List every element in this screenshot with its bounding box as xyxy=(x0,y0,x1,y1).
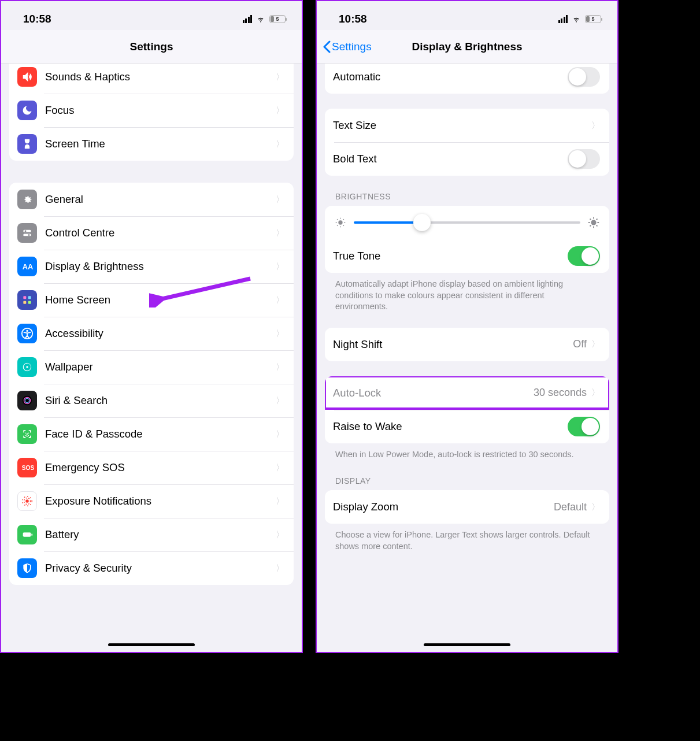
settings-row-faceid[interactable]: Face ID & Passcode〉 xyxy=(9,417,294,451)
cellular-icon xyxy=(243,15,253,23)
raise-to-wake-row[interactable]: Raise to Wake xyxy=(325,410,609,443)
battery-icon xyxy=(17,525,37,544)
general-icon xyxy=(17,190,37,209)
settings-row-controlcentre[interactable]: Control Centre〉 xyxy=(9,216,294,250)
settings-row-screentime[interactable]: Screen Time〉 xyxy=(9,127,294,161)
settings-row-exposure[interactable]: Exposure Notifications〉 xyxy=(9,484,294,518)
wallpaper-icon xyxy=(17,357,37,377)
bold-text-label: Bold Text xyxy=(333,153,568,165)
brightness-slider-row[interactable] xyxy=(325,206,609,239)
chevron-right-icon: 〉 xyxy=(276,194,284,205)
night-shift-row[interactable]: Night Shift Off 〉 xyxy=(325,328,609,361)
settings-row-label: Emergency SOS xyxy=(45,461,276,474)
automatic-toggle[interactable] xyxy=(568,67,600,87)
status-time: 10:58 xyxy=(339,13,367,25)
svg-text:SOS: SOS xyxy=(22,465,35,471)
settings-row-label: Exposure Notifications xyxy=(45,495,276,507)
settings-row-privacy[interactable]: Privacy & Security〉 xyxy=(9,551,294,585)
status-bar: 10:58 5 xyxy=(1,1,302,30)
sun-low-icon xyxy=(334,216,347,229)
page-title: Settings xyxy=(130,40,173,53)
true-tone-toggle[interactable] xyxy=(568,246,600,266)
settings-row-label: Battery xyxy=(45,528,276,541)
slider-thumb[interactable] xyxy=(413,214,431,231)
battery-icon: 5 xyxy=(585,15,601,23)
chevron-right-icon: 〉 xyxy=(276,496,284,507)
wifi-icon xyxy=(571,15,582,23)
night-shift-label: Night Shift xyxy=(333,338,573,351)
display-settings-list[interactable]: Automatic Text Size 〉 Bold Text BRIGHTNE… xyxy=(317,64,617,652)
brightness-header: BRIGHTNESS xyxy=(325,176,609,206)
lock-group: Auto-Lock 30 seconds 〉 Raise to Wake xyxy=(325,376,609,443)
svg-rect-0 xyxy=(23,230,31,232)
status-bar: 10:58 5 xyxy=(317,1,617,30)
bold-text-toggle[interactable] xyxy=(568,149,600,169)
settings-row-accessibility[interactable]: Accessibility〉 xyxy=(9,317,294,350)
svg-point-1 xyxy=(25,230,27,232)
auto-lock-value: 30 seconds xyxy=(534,387,587,399)
brightness-group: True Tone xyxy=(325,206,609,273)
svg-rect-5 xyxy=(23,296,26,299)
svg-line-41 xyxy=(590,225,591,227)
svg-point-3 xyxy=(28,234,30,236)
status-icons: 5 xyxy=(243,15,286,23)
settings-row-focus[interactable]: Focus〉 xyxy=(9,94,294,127)
sos-icon: SOS xyxy=(17,458,37,477)
automatic-row[interactable]: Automatic xyxy=(325,64,609,94)
settings-row-homescreen[interactable]: Home Screen〉 xyxy=(9,283,294,317)
controlcentre-icon xyxy=(17,223,37,243)
chevron-right-icon: 〉 xyxy=(591,502,600,513)
svg-rect-23 xyxy=(31,533,32,536)
settings-row-label: Display & Brightness xyxy=(45,260,276,273)
settings-row-sounds[interactable]: Sounds & Haptics〉 xyxy=(9,64,294,94)
settings-row-sos[interactable]: SOSEmergency SOS〉 xyxy=(9,451,294,484)
svg-rect-8 xyxy=(28,301,31,304)
settings-row-label: General xyxy=(45,193,276,206)
svg-rect-6 xyxy=(28,296,31,299)
settings-row-wallpaper[interactable]: Wallpaper〉 xyxy=(9,350,294,384)
home-indicator xyxy=(108,643,195,646)
svg-point-19 xyxy=(25,499,29,503)
settings-row-label: Privacy & Security xyxy=(45,562,276,575)
low-power-footer: When in Low Power Mode, auto-lock is res… xyxy=(325,443,609,461)
true-tone-row[interactable]: True Tone xyxy=(325,239,609,273)
chevron-right-icon: 〉 xyxy=(276,529,284,540)
display-zoom-group: Display Zoom Default 〉 xyxy=(325,490,609,524)
status-icons: 5 xyxy=(558,15,602,23)
display-zoom-label: Display Zoom xyxy=(333,501,554,513)
display-header: DISPLAY xyxy=(325,460,609,490)
true-tone-label: True Tone xyxy=(333,250,568,262)
chevron-right-icon: 〉 xyxy=(276,72,284,83)
chevron-right-icon: 〉 xyxy=(276,395,284,406)
settings-row-display[interactable]: AADisplay & Brightness〉 xyxy=(9,250,294,283)
zoom-footer: Choose a view for iPhone. Larger Text sh… xyxy=(325,524,609,552)
svg-point-16 xyxy=(25,433,27,434)
auto-lock-row[interactable]: Auto-Lock 30 seconds 〉 xyxy=(325,376,609,410)
bold-text-row[interactable]: Bold Text xyxy=(325,142,609,176)
back-button[interactable]: Settings xyxy=(323,40,372,53)
display-zoom-row[interactable]: Display Zoom Default 〉 xyxy=(325,490,609,524)
text-size-row[interactable]: Text Size 〉 xyxy=(325,109,609,142)
display-icon: AA xyxy=(17,257,37,276)
settings-row-general[interactable]: General〉 xyxy=(9,183,294,216)
settings-list[interactable]: Sounds & Haptics〉Focus〉Screen Time〉 Gene… xyxy=(1,64,302,652)
settings-row-siri[interactable]: Siri & Search〉 xyxy=(9,384,294,417)
page-title: Display & Brightness xyxy=(412,40,522,53)
brightness-slider[interactable] xyxy=(354,221,580,224)
svg-line-40 xyxy=(597,225,598,227)
svg-line-32 xyxy=(337,225,338,226)
svg-line-33 xyxy=(343,219,344,220)
nav-bar: Settings xyxy=(1,30,302,64)
settings-row-battery[interactable]: Battery〉 xyxy=(9,518,294,551)
text-group: Text Size 〉 Bold Text xyxy=(325,109,609,176)
svg-line-30 xyxy=(337,219,338,220)
svg-point-12 xyxy=(26,366,28,368)
display-zoom-value: Default xyxy=(554,501,587,513)
svg-point-34 xyxy=(591,220,596,225)
chevron-right-icon: 〉 xyxy=(276,139,284,150)
privacy-icon xyxy=(17,558,37,578)
focus-icon xyxy=(17,101,37,120)
settings-screen: 10:58 5 Settings Sounds & Haptics〉Focus〉… xyxy=(0,0,303,653)
raise-to-wake-toggle[interactable] xyxy=(568,417,600,436)
svg-rect-7 xyxy=(23,301,26,304)
